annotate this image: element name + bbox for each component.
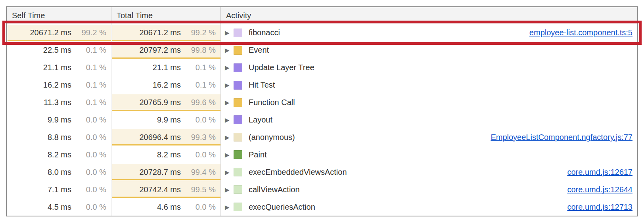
expand-arrow-icon[interactable]: ▶ (225, 187, 234, 193)
expand-arrow-icon[interactable]: ▶ (225, 169, 234, 175)
total-time-cell: 4.6 ms 0.0 % (111, 198, 221, 216)
self-time-value: 4.5 ms (48, 203, 71, 212)
table-row[interactable]: 16.2 ms 0.1 % 16.2 ms 0.1 % ▶ Hit Test (7, 77, 637, 94)
self-time-cell: 8.0 ms 0.0 % (7, 163, 111, 181)
activity-label: Event (249, 46, 269, 55)
total-time-percent: 0.0 % (181, 115, 216, 124)
total-time-cell: 20742.4 ms 99.5 % (111, 181, 221, 198)
column-header-self-time[interactable]: Self Time (7, 7, 111, 24)
category-swatch-icon (234, 133, 242, 142)
table-row[interactable]: 7.1 ms 0.0 % 20742.4 ms 99.5 % ▶ callVie… (7, 181, 637, 198)
self-time-percent: 0.1 % (71, 63, 106, 72)
table-row[interactable]: 21.1 ms 0.1 % 21.1 ms 0.1 % ▶ Update Lay… (7, 59, 637, 77)
activity-cell: ▶ callViewAction core.umd.js:12644 (221, 181, 637, 198)
self-time-percent: 0.1 % (71, 98, 106, 107)
source-location-link[interactable]: core.umd.js:12644 (559, 185, 632, 194)
total-time-value: 8.2 ms (157, 150, 181, 159)
total-time-percent: 0.0 % (181, 203, 216, 212)
activity-label: Update Layer Tree (249, 63, 314, 72)
activity-cell: ▶ Layout (221, 111, 637, 129)
activity-cell: ▶ Event (221, 42, 637, 59)
total-time-cell: 20696.4 ms 99.3 % (111, 128, 221, 146)
category-swatch-icon (234, 168, 242, 176)
data-grid-body: 20671.2 ms 99.2 % 20671.2 ms 99.2 % ▶ fi… (7, 24, 637, 216)
total-time-value: 20696.4 ms (139, 133, 181, 142)
category-swatch-icon (234, 81, 242, 90)
category-swatch-icon (234, 150, 242, 159)
expand-arrow-icon[interactable]: ▶ (225, 204, 234, 210)
table-row[interactable]: 20671.2 ms 99.2 % 20671.2 ms 99.2 % ▶ fi… (7, 24, 637, 42)
self-time-cell: 22.5 ms 0.1 % (7, 42, 111, 59)
total-time-value: 4.6 ms (157, 203, 181, 212)
column-header-total-time-label: Total Time (117, 11, 153, 20)
activity-cell: ▶ execEmbeddedViewsAction core.umd.js:12… (221, 163, 637, 181)
table-row[interactable]: 9.9 ms 0.0 % 9.9 ms 0.0 % ▶ Layout (7, 111, 637, 129)
category-swatch-icon (234, 98, 242, 107)
table-row[interactable]: 8.8 ms 0.0 % 20696.4 ms 99.3 % ▶ (anonym… (7, 128, 637, 146)
category-swatch-icon (234, 203, 242, 211)
expand-arrow-icon[interactable]: ▶ (225, 65, 234, 71)
expand-arrow-icon[interactable]: ▶ (225, 117, 234, 123)
total-time-cell: 8.2 ms 0.0 % (111, 146, 221, 163)
bottom-up-data-grid: Self Time Total Time Activity 20671.2 ms… (6, 6, 638, 216)
activity-label: Layout (249, 115, 272, 124)
self-time-value: 20671.2 ms (30, 28, 71, 37)
self-time-cell: 11.3 ms 0.1 % (7, 94, 111, 111)
activity-label: callViewAction (249, 185, 300, 194)
self-time-value: 8.2 ms (48, 150, 71, 159)
total-time-cell: 20671.2 ms 99.2 % (111, 24, 221, 42)
table-row[interactable]: 11.3 ms 0.1 % 20765.9 ms 99.6 % ▶ Functi… (7, 94, 637, 111)
self-time-percent: 0.1 % (71, 46, 106, 55)
expand-arrow-icon[interactable]: ▶ (225, 152, 234, 158)
self-time-cell: 20671.2 ms 99.2 % (7, 24, 111, 42)
self-time-value: 7.1 ms (48, 185, 71, 194)
table-row[interactable]: 22.5 ms 0.1 % 20797.2 ms 99.8 % ▶ Event (7, 42, 637, 59)
total-time-cell: 20765.9 ms 99.6 % (111, 94, 221, 111)
total-time-percent: 99.5 % (181, 185, 216, 194)
activity-cell: ▶ execQueriesAction core.umd.js:12713 (221, 198, 637, 216)
self-time-cell: 16.2 ms 0.1 % (7, 77, 111, 94)
total-time-cell: 20797.2 ms 99.8 % (111, 42, 221, 59)
total-time-percent: 99.2 % (181, 28, 216, 37)
column-header-activity[interactable]: Activity (221, 7, 637, 24)
self-time-cell: 9.9 ms 0.0 % (7, 111, 111, 129)
expand-arrow-icon[interactable]: ▶ (225, 47, 234, 53)
column-header-total-time[interactable]: Total Time (111, 7, 221, 24)
total-time-cell: 20728.7 ms 99.4 % (111, 163, 221, 181)
column-header-self-time-label: Self Time (12, 11, 45, 20)
table-row[interactable]: 8.2 ms 0.0 % 8.2 ms 0.0 % ▶ Paint (7, 146, 637, 163)
activity-cell: ▶ Paint (221, 146, 637, 163)
self-time-percent: 0.1 % (71, 80, 106, 90)
source-location-link[interactable]: core.umd.js:12713 (559, 203, 632, 212)
expand-arrow-icon[interactable]: ▶ (225, 134, 234, 140)
total-time-value: 9.9 ms (157, 115, 181, 124)
expand-arrow-icon[interactable]: ▶ (225, 30, 234, 36)
self-time-cell: 7.1 ms 0.0 % (7, 181, 111, 198)
activity-label: fibonacci (249, 28, 280, 37)
expand-arrow-icon[interactable]: ▶ (225, 82, 234, 88)
self-time-cell: 8.2 ms 0.0 % (7, 146, 111, 163)
table-row[interactable]: 4.5 ms 0.0 % 4.6 ms 0.0 % ▶ execQueriesA… (7, 198, 637, 216)
expand-arrow-icon[interactable]: ▶ (225, 100, 234, 105)
table-row[interactable]: 8.0 ms 0.0 % 20728.7 ms 99.4 % ▶ execEmb… (7, 163, 637, 181)
activity-label: Function Call (249, 98, 295, 107)
self-time-percent: 0.0 % (71, 133, 106, 142)
source-location-link[interactable]: employee-list.component.ts:5 (521, 28, 632, 37)
total-time-value: 16.2 ms (153, 80, 181, 90)
self-time-value: 16.2 ms (43, 80, 71, 90)
self-time-value: 8.0 ms (48, 168, 71, 177)
category-swatch-icon (234, 115, 242, 124)
source-location-link[interactable]: EmployeeListComponent.ngfactory.js:77 (483, 133, 632, 142)
activity-label: execQueriesAction (249, 203, 315, 212)
category-swatch-icon (234, 46, 242, 55)
total-time-value: 20765.9 ms (139, 98, 181, 107)
self-time-value: 22.5 ms (43, 46, 71, 55)
total-time-value: 20671.2 ms (139, 28, 181, 37)
total-time-percent: 99.6 % (181, 98, 216, 107)
self-time-value: 21.1 ms (43, 63, 71, 72)
activity-cell: ▶ Update Layer Tree (221, 59, 637, 77)
source-location-link[interactable]: core.umd.js:12617 (559, 168, 632, 177)
self-time-percent: 0.0 % (71, 185, 106, 194)
data-grid-header: Self Time Total Time Activity (7, 7, 637, 24)
category-swatch-icon (234, 29, 242, 37)
